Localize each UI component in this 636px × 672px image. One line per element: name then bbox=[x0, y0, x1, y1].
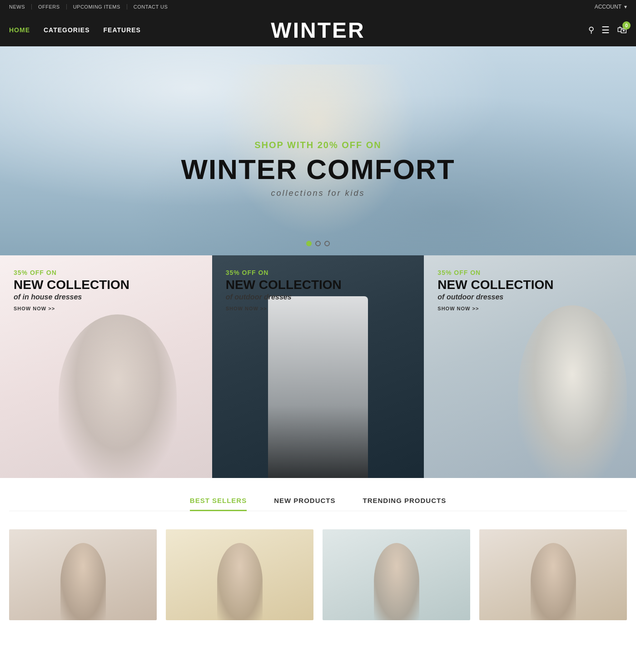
hero-dot-3[interactable] bbox=[324, 241, 330, 246]
hero-title: WINTER COMFORT bbox=[181, 154, 455, 185]
product-figure-4 bbox=[479, 529, 627, 620]
product-person-2 bbox=[217, 543, 263, 620]
promo-subtitle-3: of outdoor dresses bbox=[437, 293, 553, 301]
nav-offers[interactable]: OFFERS bbox=[32, 4, 67, 10]
site-logo[interactable]: WINTER bbox=[271, 18, 365, 43]
promo-text-3: 35% OFF ON NEW COLLECTION of outdoor dre… bbox=[437, 269, 553, 311]
hero-dots bbox=[306, 241, 330, 246]
promo-percent-3: 35% OFF ON bbox=[437, 269, 553, 276]
promo-title-3: NEW COLLECTION bbox=[437, 278, 553, 292]
account-label: ACCOUNT bbox=[595, 4, 621, 10]
promo-cta-3[interactable]: SHOW NOW >> bbox=[437, 306, 553, 311]
promo-text-2: 35% OFF ON NEW COLLECTION of outdoor dre… bbox=[226, 269, 342, 311]
product-grid bbox=[9, 525, 627, 625]
nav-actions: ⚲ ☰ 🛍 0 bbox=[588, 24, 627, 36]
top-bar: NEWS OFFERS UPCOMING ITEMS CONTACT US AC… bbox=[0, 0, 636, 14]
product-tabs: BEST SELLERS NEW PRODUCTS TRENDING PRODU… bbox=[9, 496, 627, 511]
nav-home[interactable]: HOME bbox=[9, 26, 30, 34]
product-card-4[interactable] bbox=[479, 529, 627, 620]
tab-new-products[interactable]: NEW PRODUCTS bbox=[274, 497, 335, 511]
promo-card-3: 35% OFF ON NEW COLLECTION of outdoor dre… bbox=[424, 255, 636, 478]
cart-button[interactable]: 🛍 0 bbox=[617, 24, 627, 36]
product-person-1 bbox=[60, 543, 106, 620]
tab-trending[interactable]: TRENDING PRODUCTS bbox=[363, 497, 447, 511]
hero-dot-2[interactable] bbox=[315, 241, 321, 246]
search-button[interactable]: ⚲ bbox=[588, 25, 594, 35]
nav-contact[interactable]: CONTACT US bbox=[127, 4, 174, 10]
hero-tagline: collections for kids bbox=[181, 189, 455, 198]
promo-card-1: 35% OFF ON NEW COLLECTION of in house dr… bbox=[0, 255, 212, 478]
product-card-2[interactable] bbox=[166, 529, 313, 620]
promo-percent-2: 35% OFF ON bbox=[226, 269, 342, 276]
product-person-3 bbox=[374, 543, 419, 620]
promo-section: 35% OFF ON NEW COLLECTION of in house dr… bbox=[0, 255, 636, 478]
hero-content: SHOP WITH 20% OFF ON WINTER COMFORT coll… bbox=[181, 140, 455, 198]
nav-news[interactable]: NEWS bbox=[9, 4, 32, 10]
cart-count: 0 bbox=[622, 21, 631, 30]
promo-text-1: 35% OFF ON NEW COLLECTION of in house dr… bbox=[14, 269, 129, 311]
promo-person-2 bbox=[268, 296, 368, 478]
promo-subtitle-2: of outdoor dresses bbox=[226, 293, 342, 301]
product-figure-3 bbox=[323, 529, 470, 620]
search-icon: ⚲ bbox=[588, 25, 594, 35]
product-section: BEST SELLERS NEW PRODUCTS TRENDING PRODU… bbox=[0, 478, 636, 634]
tab-best-sellers[interactable]: BEST SELLERS bbox=[190, 497, 247, 511]
menu-button[interactable]: ☰ bbox=[601, 25, 610, 35]
nav-features[interactable]: FEATURES bbox=[104, 26, 141, 34]
promo-cta-2[interactable]: SHOW NOW >> bbox=[226, 306, 342, 311]
promo-card-2: 35% OFF ON NEW COLLECTION of outdoor dre… bbox=[212, 255, 424, 478]
product-person-4 bbox=[531, 543, 576, 620]
hero-dot-1[interactable] bbox=[306, 241, 312, 246]
hero-banner: SHOP WITH 20% OFF ON WINTER COMFORT coll… bbox=[0, 46, 636, 255]
main-nav: HOME CATEGORIES FEATURES WINTER ⚲ ☰ 🛍 0 bbox=[0, 14, 636, 46]
promo-cta-1[interactable]: SHOW NOW >> bbox=[14, 306, 129, 311]
hero-subtitle: SHOP WITH 20% OFF ON bbox=[181, 140, 455, 150]
promo-title-2: NEW COLLECTION bbox=[226, 278, 342, 292]
promo-title-1: NEW COLLECTION bbox=[14, 278, 129, 292]
product-card-3[interactable] bbox=[323, 529, 470, 620]
nav-links: HOME CATEGORIES FEATURES bbox=[9, 26, 141, 34]
promo-person-3 bbox=[518, 305, 627, 478]
product-figure-1 bbox=[9, 529, 157, 620]
top-nav: NEWS OFFERS UPCOMING ITEMS CONTACT US bbox=[9, 4, 174, 10]
nav-upcoming[interactable]: UPCOMING ITEMS bbox=[67, 4, 127, 10]
product-card-1[interactable] bbox=[9, 529, 157, 620]
product-figure-2 bbox=[166, 529, 313, 620]
chevron-down-icon: ▾ bbox=[624, 4, 627, 10]
promo-subtitle-1: of in house dresses bbox=[14, 293, 129, 301]
account-menu[interactable]: ACCOUNT ▾ bbox=[595, 4, 627, 10]
nav-categories[interactable]: CATEGORIES bbox=[44, 26, 90, 34]
promo-percent-1: 35% OFF ON bbox=[14, 269, 129, 276]
promo-person-1 bbox=[59, 314, 177, 478]
hamburger-icon: ☰ bbox=[601, 25, 610, 35]
